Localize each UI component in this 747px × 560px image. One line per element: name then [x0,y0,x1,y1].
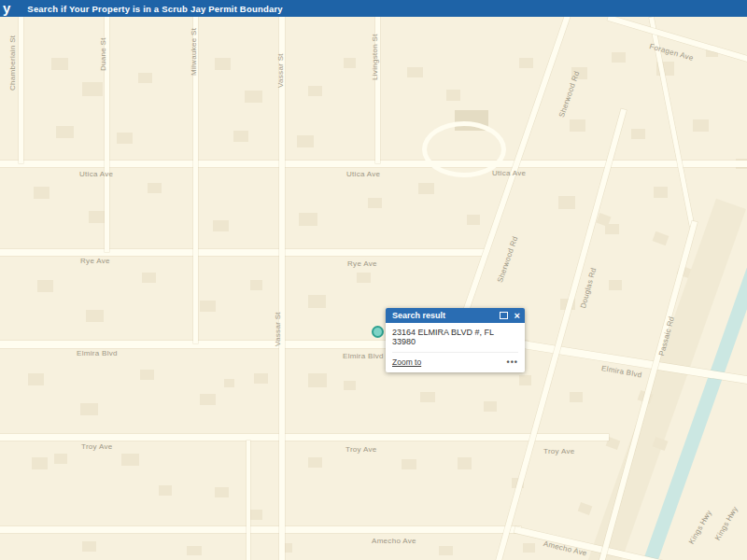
building [140,370,154,380]
map-canvas[interactable]: Utica AveUtica AveUtica AveRye AveRye Av… [0,17,747,560]
building [484,401,497,412]
street-label: Troy Ave [345,445,377,454]
street-label: Livingston St [371,34,379,80]
building [519,58,533,68]
building [159,485,172,496]
building [458,457,472,469]
building [631,129,645,139]
building [402,459,416,469]
close-icon[interactable]: × [514,311,520,320]
building [308,295,326,308]
road-segment [19,17,23,163]
street-label: Utica Ave [346,170,380,178]
street-label: Utica Ave [492,169,526,177]
building [37,280,53,292]
street-label: Rye Ave [80,257,110,265]
logo-partial: y [3,0,10,16]
building [523,543,535,553]
building [215,487,229,497]
building [654,187,668,198]
building [420,392,435,402]
street-label: Vassar St [276,53,285,88]
dock-icon[interactable] [500,312,508,319]
app: y Search if Your Property is in a Scrub … [0,0,747,560]
popup-actions: Zoom to ••• [392,353,518,367]
street-label: Amecho Ave [372,537,416,545]
building [121,454,139,466]
building [578,502,593,515]
search-result-popup: Search result × 23164 ELMIRA BLVD #, FL … [386,308,525,372]
building [407,67,423,77]
building [215,58,231,70]
building [344,381,356,390]
building [418,183,434,194]
more-options-button[interactable]: ••• [507,359,518,365]
street-label: Elmira Blvd [77,349,118,357]
building [308,373,327,387]
popup-body: 23164 ELMIRA BLVD #, FL 33980 Zoom to ••… [386,323,525,372]
building [368,198,382,208]
building [80,403,98,415]
street-label: Utica Ave [79,170,113,178]
building [250,280,262,290]
popup-address: 23164 ELMIRA BLVD #, FL 33980 [392,328,518,353]
building [653,231,669,245]
building [233,131,248,142]
building [308,457,322,468]
building [32,457,48,469]
building [56,126,74,138]
street-label: Chamberlain St [8,35,17,91]
building [200,394,216,405]
building [250,510,262,520]
building [86,310,104,322]
building [54,454,67,464]
street-label: Foragen Ave [649,42,695,63]
building [245,91,262,103]
building [200,301,216,312]
building [609,280,622,290]
street-label: Milwaukee St [190,28,198,76]
street-label: Kings Hwy [713,505,740,542]
street-label: Duane St [99,37,107,71]
building [570,392,583,402]
building [148,183,162,193]
building [254,373,268,384]
building [570,119,585,132]
street-label: Sherwood Rd [557,70,581,119]
street-label: Troy Ave [81,442,113,451]
road-segment [279,17,285,560]
building [82,82,103,96]
street-label: Kings Hwy [687,509,713,546]
building [357,273,371,283]
road-segment [0,434,609,441]
building [558,196,575,209]
road-segment [0,249,487,256]
building [299,213,317,226]
building [34,187,49,199]
building [297,135,314,147]
building [446,90,460,101]
popup-title: Search result [392,311,445,320]
building [117,133,133,144]
street-label: Rye Ave [347,259,377,268]
app-header-bar: y Search if Your Property is in a Scrub … [0,0,747,17]
building [344,58,356,68]
road-segment [599,220,698,560]
street-label: Vassar St [274,312,282,346]
road-segment [0,161,747,167]
building [28,373,44,385]
street-label: Douglas Rd [579,267,598,310]
street-label: Sherwood Rd [496,235,519,284]
street-label: Elmira Blvd [343,352,384,360]
popup-header[interactable]: Search result × [386,308,525,323]
search-result-marker[interactable] [372,326,384,338]
building [82,541,96,552]
building [51,58,68,70]
road-segment [0,526,521,533]
building [467,215,480,225]
street-label: Troy Ave [543,447,575,455]
building [187,546,202,555]
zoom-to-link[interactable]: Zoom to [392,357,421,367]
building [693,119,709,132]
building [224,379,234,387]
